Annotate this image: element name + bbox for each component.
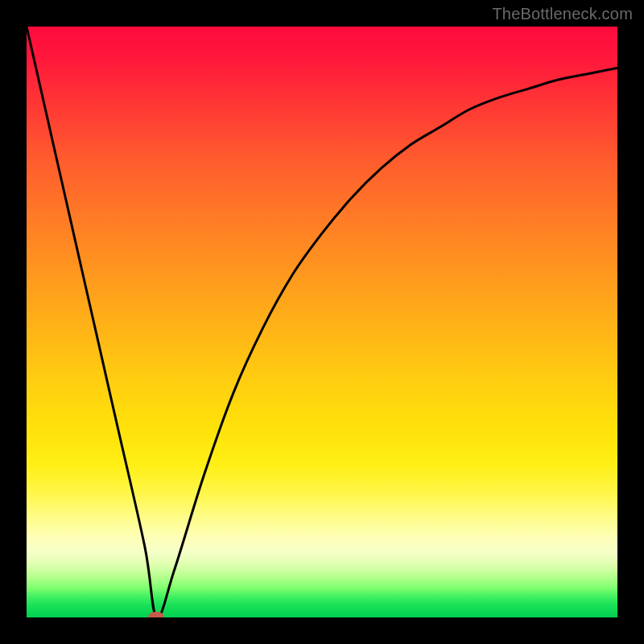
optimum-marker <box>148 612 164 617</box>
plot-area <box>27 27 617 617</box>
watermark-text: TheBottleneck.com <box>492 5 633 23</box>
bottleneck-curve <box>27 27 617 617</box>
chart-frame: TheBottleneck.com <box>0 0 644 644</box>
curve-svg <box>27 27 617 617</box>
